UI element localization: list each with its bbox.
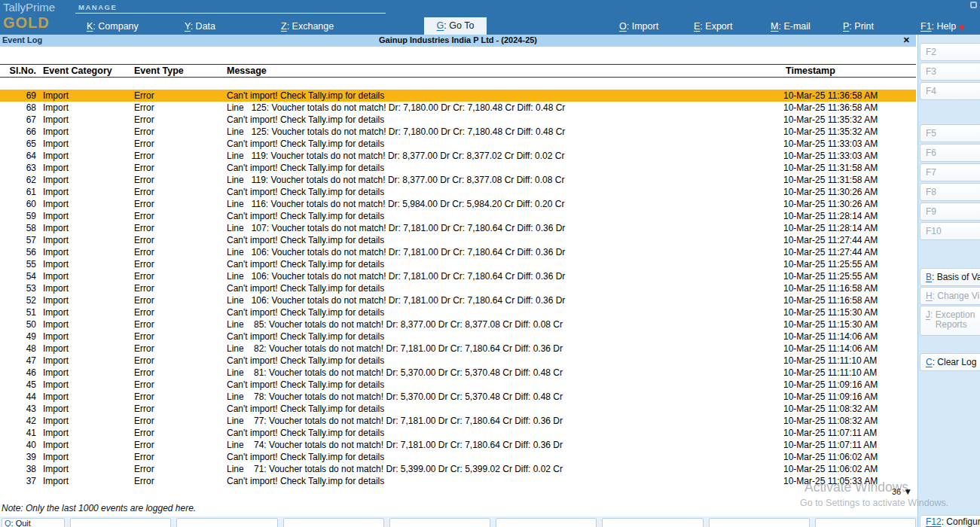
message-text: Can't import! Check Tally.imp for detail…: [227, 476, 384, 486]
sidebar-button-change-vi[interactable]: H: Change Vi: [920, 287, 980, 305]
event-log-row[interactable]: 64 Import Error Line 119: Voucher totals…: [0, 150, 916, 162]
cell-message: Can't import! Check Tally.imp for detail…: [227, 186, 781, 198]
event-log-row[interactable]: 50 Import Error Line 85: Voucher totals …: [0, 318, 916, 331]
message-text: Can't import! Check Tally.imp for detail…: [227, 331, 384, 342]
sidebar-button-clear-log[interactable]: C: Clear Log: [920, 353, 980, 371]
sidebar-button-f8[interactable]: F8: [920, 183, 980, 201]
event-log-row[interactable]: 55 Import Error Can't import! Check Tall…: [0, 258, 916, 270]
event-log-row[interactable]: 52 Import Error Line 106: Voucher totals…: [0, 294, 916, 306]
bottom-bar-segment[interactable]: [709, 518, 810, 527]
event-log-row[interactable]: 61 Import Error Can't import! Check Tall…: [0, 186, 916, 198]
bottom-bar-segment[interactable]: [283, 518, 384, 527]
cell-timestamp: 10-Mar-25 11:33:03 AM: [781, 150, 905, 162]
cell-slno: 40: [0, 439, 43, 451]
goto-key: G: [437, 20, 444, 31]
event-log-row[interactable]: 67 Import Error Can't import! Check Tall…: [0, 114, 916, 126]
bottom-bar-segment[interactable]: [389, 518, 490, 527]
cell-message: Line 106: Voucher totals do not match! D…: [227, 294, 781, 306]
diff-value: 0.48 Cr: [533, 391, 563, 402]
event-log-row[interactable]: 63 Import Error Can't import! Check Tall…: [0, 162, 916, 174]
menu-data[interactable]: Y: Data: [185, 21, 215, 32]
bottom-bar-segment[interactable]: [176, 518, 277, 527]
sidebar-button-f6[interactable]: F6: [920, 144, 980, 162]
footer-note: Note: Only the last 1000 events are logg…: [2, 503, 196, 513]
sidebar-button-basis-of-va[interactable]: B: Basis of Va: [920, 268, 980, 286]
event-log-row[interactable]: 49 Import Error Can't import! Check Tall…: [0, 331, 916, 343]
cell-slno: 41: [0, 427, 43, 439]
message-text: Can't import! Check Tally.imp for detail…: [227, 379, 384, 390]
cell-category: Import: [43, 343, 134, 355]
event-log-row[interactable]: 38 Import Error Line 71: Voucher totals …: [0, 463, 916, 475]
cell-slno: 50: [0, 318, 43, 331]
cell-type: Error: [134, 343, 227, 355]
sidebar-button-f5[interactable]: F5: [920, 124, 980, 142]
cell-slno: 65: [0, 138, 43, 150]
event-log-row[interactable]: 46 Import Error Line 81: Voucher totals …: [0, 367, 916, 379]
event-log-row[interactable]: 58 Import Error Line 107: Voucher totals…: [0, 222, 916, 234]
event-log-row[interactable]: 60 Import Error Line 116: Voucher totals…: [0, 198, 916, 210]
menu-e-mail[interactable]: M: E-mail: [771, 21, 811, 32]
goto-button[interactable]: G: Go To: [424, 17, 487, 35]
event-log-row[interactable]: 47 Import Error Can't import! Check Tall…: [0, 355, 916, 367]
sidebar-button-configure[interactable]: F12: Configure: [920, 515, 980, 527]
event-log-row[interactable]: 37 Import Error Can't import! Check Tall…: [0, 475, 916, 487]
event-log-row[interactable]: 42 Import Error Line 77: Voucher totals …: [0, 415, 916, 427]
menu-export[interactable]: E: Export: [694, 21, 732, 32]
cell-slno: 53: [0, 282, 43, 294]
cell-message: Line 82: Voucher totals do not match! Dr…: [227, 343, 781, 355]
event-log-row[interactable]: 40 Import Error Line 74: Voucher totals …: [0, 439, 916, 451]
event-log-row[interactable]: 41 Import Error Can't import! Check Tall…: [0, 427, 916, 439]
event-log-row[interactable]: 51 Import Error Can't import! Check Tall…: [0, 306, 916, 318]
sidebar-button-f7[interactable]: F7: [920, 163, 980, 181]
bottom-bar-segment[interactable]: [602, 518, 703, 527]
cell-category: Import: [43, 162, 134, 174]
button-key: B: [926, 272, 932, 282]
event-log-row[interactable]: 39 Import Error Can't import! Check Tall…: [0, 451, 916, 463]
cell-timestamp: 10-Mar-25 11:14:06 AM: [781, 343, 905, 355]
help-button[interactable]: F1: Help: [920, 21, 964, 32]
sidebar-button-f3[interactable]: F3: [920, 62, 980, 81]
event-log-row[interactable]: 57 Import Error Can't import! Check Tall…: [0, 234, 916, 246]
cell-type: Error: [134, 294, 227, 306]
event-log-row[interactable]: 62 Import Error Line 119: Voucher totals…: [0, 174, 916, 186]
event-log-row[interactable]: 43 Import Error Can't import! Check Tall…: [0, 403, 916, 415]
sidebar-button-f2[interactable]: F2: [920, 43, 980, 61]
bottom-bar-segment[interactable]: [496, 518, 597, 527]
event-log-row[interactable]: 65 Import Error Can't import! Check Tall…: [0, 138, 916, 150]
sidebar-button-exception-reports[interactable]: J: Exception Reports: [920, 306, 980, 336]
event-log-row[interactable]: 66 Import Error Line 125: Voucher totals…: [0, 126, 916, 138]
cell-message: Can't import! Check Tally.imp for detail…: [227, 379, 781, 391]
cell-slno: 44: [0, 391, 43, 403]
sidebar-button-f9[interactable]: F9: [920, 203, 980, 221]
menu-exchange[interactable]: Z: Exchange: [281, 21, 334, 32]
button-colon: :: [932, 272, 937, 282]
menu-company[interactable]: K: Company: [87, 21, 139, 32]
bottom-bar-segment[interactable]: [70, 518, 171, 527]
message-text: Line 119: Voucher totals do not match! D…: [227, 151, 535, 161]
menu-key: O: [619, 21, 627, 32]
event-log-row[interactable]: 44 Import Error Line 78: Voucher totals …: [0, 391, 916, 403]
sidebar-button-f4[interactable]: F4: [920, 82, 980, 100]
cell-slno: 43: [0, 403, 43, 415]
event-log-row[interactable]: 68 Import Error Line 125: Voucher totals…: [0, 102, 916, 114]
menu-label: Company: [98, 21, 139, 32]
event-log-row[interactable]: 59 Import Error Can't import! Check Tall…: [0, 210, 916, 222]
bottom-bar-segment[interactable]: [815, 518, 916, 527]
menu-import[interactable]: O: Import: [619, 21, 658, 32]
event-log-row[interactable]: 69 Import Error Can't import! Check Tall…: [0, 90, 916, 102]
close-icon[interactable]: ✕: [903, 35, 910, 45]
scroll-more-indicator[interactable]: 36▼: [892, 486, 912, 497]
event-log-row[interactable]: 53 Import Error Can't import! Check Tall…: [0, 282, 916, 294]
diff-value: 0.48 Cr: [536, 126, 565, 137]
sidebar-button-f10[interactable]: F10: [920, 222, 980, 240]
event-log-row[interactable]: 56 Import Error Line 106: Voucher totals…: [0, 246, 916, 258]
menu-print[interactable]: P: Print: [843, 21, 874, 32]
cell-message: Line 71: Voucher totals do not match! Dr…: [227, 463, 781, 475]
cell-slno: 52: [0, 294, 43, 306]
event-log-row[interactable]: 45 Import Error Can't import! Check Tall…: [0, 379, 916, 391]
event-log-row[interactable]: 48 Import Error Line 82: Voucher totals …: [0, 343, 916, 355]
button-label: Clear Log: [937, 357, 976, 367]
quit-button[interactable]: Q: Quit: [2, 518, 65, 527]
event-log-row[interactable]: 54 Import Error Line 106: Voucher totals…: [0, 270, 916, 282]
cell-category: Import: [43, 174, 134, 186]
